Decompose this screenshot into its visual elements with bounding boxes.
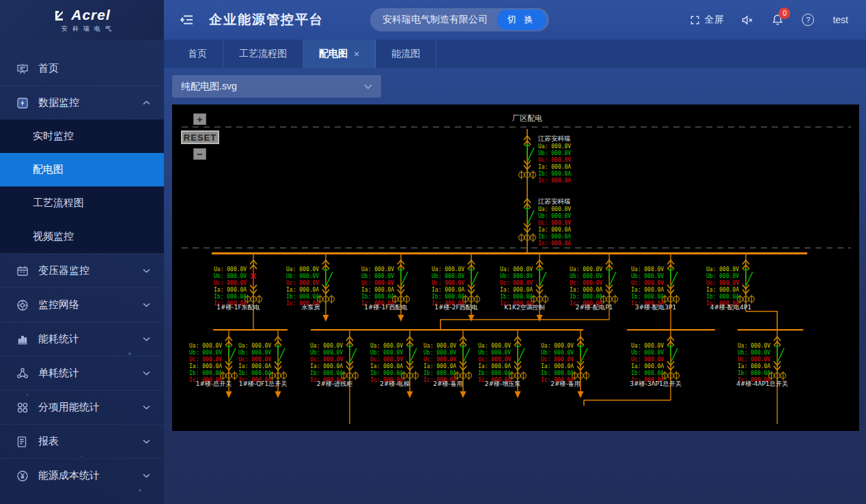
svg-text:Ua: 000.0V: Ua: 000.0V (706, 266, 739, 272)
fullscreen-icon (690, 15, 700, 25)
chevron-down-icon (364, 84, 372, 89)
svg-text:Ub: 000.0V: Ub: 000.0V (541, 350, 574, 356)
switch-company-button[interactable]: 切 换 (497, 10, 546, 30)
sidebar-item-monitoring-network[interactable]: 监控网络 (0, 288, 164, 322)
cost-stats-icon (16, 470, 29, 482)
svg-text:K1K2空调控制: K1K2空调控制 (504, 304, 544, 311)
brand-name: Acrel (71, 7, 111, 23)
svg-text:Uc: 000.0V: Uc: 000.0V (570, 280, 602, 286)
submenu-data-monitoring: 实时监控配电图工艺流程图视频监控 (0, 120, 164, 253)
svg-text:Ua: 000.0V: Ua: 000.0V (538, 143, 571, 150)
svg-text:Uc: 000.0V: Uc: 000.0V (500, 280, 533, 286)
sidebar-item-label: 能源成本统计 (38, 469, 100, 482)
chevron-down-icon (143, 439, 150, 444)
sidebar-item-home[interactable]: 首页 (0, 51, 164, 85)
svg-text:Ub: 000.0V: Ub: 000.0V (432, 273, 464, 279)
svg-text:Uc: 000.0V: Uc: 000.0V (370, 356, 403, 363)
svg-text:Ib: 000.0A: Ib: 000.0A (631, 370, 664, 376)
svg-text:Ia: 000.0A: Ia: 000.0A (370, 363, 403, 369)
sidebar-item-video-monitoring[interactable]: 视频监控 (0, 220, 164, 253)
svg-text:Ia: 000.0A: Ia: 000.0A (361, 287, 394, 293)
svg-text:Ub: 000.0V: Ub: 000.0V (238, 350, 271, 356)
svg-text:Ib: 000.0A: Ib: 000.0A (238, 370, 271, 376)
fullscreen-button[interactable]: 全屏 (690, 14, 723, 26)
zoom-in-button[interactable]: + (193, 113, 206, 125)
sidebar-item-category-energy-stats[interactable]: 分项用能统计 (0, 390, 164, 424)
svg-text:Ib: 000.0A: Ib: 000.0A (631, 294, 664, 300)
svg-text:Ib: 000.0A: Ib: 000.0A (500, 294, 533, 300)
svg-text:2#楼-备用: 2#楼-备用 (433, 380, 463, 387)
svg-text:2#楼-增压泵: 2#楼-增压泵 (485, 380, 521, 387)
svg-text:Ia: 000.0A: Ia: 000.0A (738, 363, 770, 369)
tab-process-flow[interactable]: 工艺流程图 (223, 40, 303, 68)
app-window: Acrel 安科瑞电气 企业能源管控平台 安科瑞电气制造有限公司 切 换 (0, 0, 866, 504)
distribution-diagram[interactable]: 厂区配电江苏安科瑞Ua: 000.0VUb: 000.0VUc: 000.0VI… (172, 104, 859, 431)
tab-energy-flow[interactable]: 能流图 (376, 40, 436, 68)
svg-text:Ib: 000.0A: Ib: 000.0A (214, 294, 247, 300)
tab-label: 能流图 (391, 48, 420, 60)
sidebar-item-unit-consumption-stats[interactable]: 单耗统计 (0, 356, 164, 390)
svg-text:Ib: 000.0A: Ib: 000.0A (538, 171, 571, 177)
svg-text:Ia: 000.0A: Ia: 000.0A (570, 287, 602, 293)
sidebar-item-transformer-monitoring[interactable]: 变压器监控 (0, 253, 164, 288)
svg-text:Ib: 000.0A: Ib: 000.0A (189, 370, 222, 376)
svg-text:1#楼-总开关: 1#楼-总开关 (196, 380, 232, 387)
svg-text:Ua: 000.0V: Ua: 000.0V (310, 343, 343, 349)
svg-text:Ia: 000.0A: Ia: 000.0A (631, 363, 664, 369)
sidebar-item-distribution-diagram[interactable]: 配电图 (0, 153, 164, 186)
svg-text:Uc: 000.0V: Uc: 000.0V (310, 356, 343, 363)
help-button[interactable]: ? (802, 14, 814, 26)
chevron-down-icon (143, 268, 150, 273)
svg-text:Ua: 000.0V: Ua: 000.0V (500, 266, 533, 272)
svg-text:Ia: 000.0A: Ia: 000.0A (423, 363, 456, 369)
svg-text:Ua: 000.0V: Ua: 000.0V (631, 266, 664, 272)
svg-text:Uc: 000.0V: Uc: 000.0V (432, 280, 464, 286)
svg-text:2#楼-进线柜: 2#楼-进线柜 (317, 380, 353, 387)
svg-text:江苏安科瑞: 江苏安科瑞 (537, 197, 571, 205)
svg-text:Ia: 000.0A: Ia: 000.0A (189, 363, 222, 369)
svg-text:Ua: 000.0V: Ua: 000.0V (214, 266, 247, 272)
svg-text:Ub: 000.0V: Ub: 000.0V (478, 350, 511, 356)
svg-text:江苏安科瑞: 江苏安科瑞 (537, 135, 571, 142)
svg-text:Ua: 000.0V: Ua: 000.0V (423, 343, 456, 349)
tab-label: 首页 (188, 48, 207, 60)
svg-file-select-value: 纯配电图.svg (181, 81, 237, 93)
mute-button[interactable] (742, 15, 753, 25)
svg-text:Ua: 000.0V: Ua: 000.0V (478, 343, 511, 349)
svg-text:Ua: 000.0V: Ua: 000.0V (538, 206, 571, 212)
tab-distribution[interactable]: 配电图× (303, 40, 376, 68)
svg-text:Uc: 000.0V: Uc: 000.0V (738, 356, 770, 363)
svg-text:Ib: 000.0A: Ib: 000.0A (310, 370, 343, 376)
sidebar-item-energy-cost-stats[interactable]: 能源成本统计 (0, 458, 164, 492)
report-icon (16, 436, 29, 448)
notifications-button[interactable]: 0 (772, 14, 783, 26)
svg-text:Ib: 000.0A: Ib: 000.0A (478, 370, 511, 376)
tab-home[interactable]: 首页 (172, 40, 223, 68)
svg-text:Ib: 000.0A: Ib: 000.0A (370, 370, 403, 376)
sidebar-item-data-monitoring[interactable]: 数据监控 (0, 85, 164, 120)
svg-text:Ua: 000.0V: Ua: 000.0V (238, 343, 271, 349)
svg-text:Ub: 000.0V: Ub: 000.0V (738, 350, 770, 356)
svg-file-select[interactable]: 纯配电图.svg (172, 75, 381, 98)
sidebar-item-energy-consumption-stats[interactable]: 能耗统计 (0, 322, 164, 356)
sidebar-item-process-flow-diagram[interactable]: 工艺流程图 (0, 186, 164, 220)
svg-text:Ia: 000.0A: Ia: 000.0A (631, 287, 664, 293)
close-icon[interactable]: × (354, 48, 359, 59)
sidebar-item-realtime-monitoring[interactable]: 实时监控 (0, 120, 164, 153)
company-selector[interactable]: 安科瑞电气制造有限公司 切 换 (370, 8, 549, 31)
tab-label: 配电图 (319, 48, 348, 60)
svg-text:Ib: 000.0A: Ib: 000.0A (541, 370, 574, 376)
username[interactable]: test (833, 14, 848, 25)
svg-text:Ua: 000.0V: Ua: 000.0V (370, 343, 403, 349)
reset-button[interactable]: RESET (181, 130, 219, 144)
diagram-canvas[interactable]: 厂区配电江苏安科瑞Ua: 000.0VUb: 000.0VUc: 000.0VI… (172, 104, 859, 431)
svg-text:1#楼-1F西配电: 1#楼-1F西配电 (364, 304, 407, 311)
svg-text:Ia: 000.0A: Ia: 000.0A (706, 287, 739, 293)
sidebar: 首页数据监控实时监控配电图工艺流程图视频监控变压器监控监控网络能耗统计单耗统计分… (0, 40, 164, 504)
sidebar-item-reports[interactable]: 报表 (0, 424, 164, 458)
sidebar-collapse-icon[interactable] (179, 14, 194, 26)
svg-text:Ub: 000.0V: Ub: 000.0V (370, 350, 403, 356)
home-icon (16, 63, 29, 74)
chevron-up-icon (143, 100, 150, 105)
zoom-out-button[interactable]: − (193, 148, 206, 160)
